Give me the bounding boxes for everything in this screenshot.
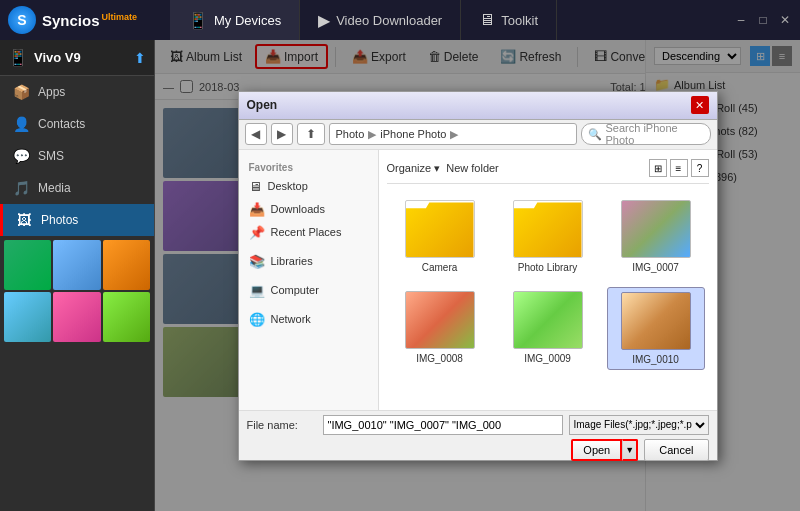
details-view-btn[interactable]: ? bbox=[691, 159, 709, 177]
dlg-item-libraries[interactable]: 📚 Libraries bbox=[239, 250, 378, 273]
file-item-photo-library[interactable]: Photo Library bbox=[499, 196, 597, 277]
new-folder-button[interactable]: New folder bbox=[446, 162, 499, 174]
video-icon: ▶ bbox=[318, 11, 330, 30]
toolkit-icon: 🖥 bbox=[479, 11, 495, 29]
view-icons: ⊞ ≡ ? bbox=[649, 159, 709, 177]
sidebar-photo-6 bbox=[103, 292, 150, 342]
path-part-1: Photo bbox=[336, 128, 365, 140]
folder-thumb-camera bbox=[405, 200, 475, 258]
filename-row: File name: Image Files(*.jpg;*.jpeg;*.pn… bbox=[247, 415, 709, 435]
tab-toolkit[interactable]: 🖥 Toolkit bbox=[461, 0, 557, 40]
sidebar: 📱 Vivo V9 ⬆ 📦 Apps 👤 Contacts 💬 SMS 🎵 Me… bbox=[0, 40, 155, 511]
maximize-button[interactable]: □ bbox=[752, 9, 774, 31]
dlg-item-desktop[interactable]: 🖥 Desktop bbox=[239, 175, 378, 198]
dlg-item-network[interactable]: 🌐 Network bbox=[239, 308, 378, 331]
logo-icon: S bbox=[8, 6, 36, 34]
sidebar-photo-1 bbox=[4, 240, 51, 290]
sync-icon[interactable]: ⬆ bbox=[134, 50, 146, 66]
filetype-select[interactable]: Image Files(*.jpg;*.jpeg;*.png;* bbox=[569, 415, 709, 435]
search-placeholder: Search iPhone Photo bbox=[606, 122, 704, 146]
img-thumb-0007 bbox=[621, 200, 691, 258]
dialog-titlebar: Open ✕ bbox=[239, 92, 717, 120]
path-bar: Photo ▶ iPhone Photo ▶ bbox=[329, 123, 577, 145]
device-icon: 📱 bbox=[8, 48, 28, 67]
device-name: Vivo V9 bbox=[34, 50, 128, 65]
path-separator-1: ▶ bbox=[368, 128, 376, 141]
filename-input[interactable] bbox=[323, 415, 563, 435]
logo-area: S SynciosUltimate bbox=[0, 0, 170, 40]
img-thumb-0008 bbox=[405, 291, 475, 349]
dialog-sidebar: Favorites 🖥 Desktop 📥 Downloads 📌 Recent… bbox=[239, 150, 379, 410]
favorites-section: Favorites bbox=[239, 158, 378, 175]
main-layout: 📱 Vivo V9 ⬆ 📦 Apps 👤 Contacts 💬 SMS 🎵 Me… bbox=[0, 40, 800, 511]
img-thumb-0010 bbox=[621, 292, 691, 350]
nav-tabs: 📱 My Devices ▶ Video Downloader 🖥 Toolki… bbox=[170, 0, 730, 40]
dialog-footer: File name: Image Files(*.jpg;*.jpeg;*.pn… bbox=[239, 410, 717, 460]
dialog-overlay: Open ✕ ◀ ▶ ⬆ Photo ▶ iPhone Photo ▶ 🔍 bbox=[155, 40, 800, 511]
tab-video-downloader[interactable]: ▶ Video Downloader bbox=[300, 0, 461, 40]
path-part-2: iPhone Photo bbox=[380, 128, 446, 140]
file-item-img0009[interactable]: IMG_0009 bbox=[499, 287, 597, 370]
media-icon: 🎵 bbox=[12, 180, 30, 196]
open-button[interactable]: Open bbox=[571, 439, 622, 461]
dialog-main: Organize ▾ New folder ⊞ ≡ ? bbox=[379, 150, 717, 410]
sidebar-item-apps[interactable]: 📦 Apps bbox=[0, 76, 154, 108]
sidebar-photo-5 bbox=[53, 292, 100, 342]
file-label-0008: IMG_0008 bbox=[416, 353, 463, 364]
search-box[interactable]: 🔍 Search iPhone Photo bbox=[581, 123, 711, 145]
sidebar-photo-4 bbox=[4, 292, 51, 342]
dialog-close-button[interactable]: ✕ bbox=[691, 96, 709, 114]
photos-icon: 🖼 bbox=[15, 212, 33, 228]
apps-icon: 📦 bbox=[12, 84, 30, 100]
list-view-btn[interactable]: ≡ bbox=[670, 159, 688, 177]
libraries-icon: 📚 bbox=[249, 254, 265, 269]
sidebar-item-sms[interactable]: 💬 SMS bbox=[0, 140, 154, 172]
content-wrapper: 🖼 Album List 📥 Import 📤 Export 🗑 Delete bbox=[155, 40, 800, 511]
back-button[interactable]: ◀ bbox=[245, 123, 267, 145]
organize-button[interactable]: Organize ▾ bbox=[387, 162, 441, 175]
file-item-camera[interactable]: Camera bbox=[391, 196, 489, 277]
cancel-button[interactable]: Cancel bbox=[644, 439, 708, 461]
file-label-photo-library: Photo Library bbox=[518, 262, 577, 273]
topbar: S SynciosUltimate 📱 My Devices ▶ Video D… bbox=[0, 0, 800, 40]
photo-library-folder-icon bbox=[514, 200, 582, 258]
img-thumb-0009 bbox=[513, 291, 583, 349]
contacts-icon: 👤 bbox=[12, 116, 30, 132]
open-dropdown-arrow[interactable]: ▼ bbox=[622, 439, 638, 461]
dialog-title: Open bbox=[247, 98, 685, 112]
sidebar-item-media[interactable]: 🎵 Media bbox=[0, 172, 154, 204]
up-button[interactable]: ⬆ bbox=[297, 123, 325, 145]
downloads-icon: 📥 bbox=[249, 202, 265, 217]
dlg-item-recent[interactable]: 📌 Recent Places bbox=[239, 221, 378, 244]
sidebar-item-photos[interactable]: 🖼 Photos bbox=[0, 204, 154, 236]
file-item-img0010[interactable]: IMG_0010 bbox=[607, 287, 705, 370]
file-grid: Camera Photo Library bbox=[387, 192, 709, 374]
computer-icon: 💻 bbox=[249, 283, 265, 298]
recent-icon: 📌 bbox=[249, 225, 265, 240]
open-dialog: Open ✕ ◀ ▶ ⬆ Photo ▶ iPhone Photo ▶ 🔍 bbox=[238, 91, 718, 461]
large-icons-button[interactable]: ⊞ bbox=[649, 159, 667, 177]
sidebar-photo-2 bbox=[53, 240, 100, 290]
network-icon: 🌐 bbox=[249, 312, 265, 327]
dlg-item-downloads[interactable]: 📥 Downloads bbox=[239, 198, 378, 221]
file-item-img0007[interactable]: IMG_0007 bbox=[607, 196, 705, 277]
path-separator-2: ▶ bbox=[450, 128, 458, 141]
filename-label: File name: bbox=[247, 419, 317, 431]
desktop-icon: 🖥 bbox=[249, 179, 262, 194]
dialog-body: Favorites 🖥 Desktop 📥 Downloads 📌 Recent… bbox=[239, 150, 717, 410]
file-item-img0008[interactable]: IMG_0008 bbox=[391, 287, 489, 370]
file-label-0007: IMG_0007 bbox=[632, 262, 679, 273]
minimize-button[interactable]: – bbox=[730, 9, 752, 31]
dialog-inner-toolbar: Organize ▾ New folder ⊞ ≡ ? bbox=[387, 158, 709, 184]
tab-my-devices[interactable]: 📱 My Devices bbox=[170, 0, 300, 40]
file-label-0009: IMG_0009 bbox=[524, 353, 571, 364]
sidebar-item-contacts[interactable]: 👤 Contacts bbox=[0, 108, 154, 140]
logo-text: SynciosUltimate bbox=[42, 12, 137, 29]
forward-button[interactable]: ▶ bbox=[271, 123, 293, 145]
dlg-item-computer[interactable]: 💻 Computer bbox=[239, 279, 378, 302]
folder-thumb-photolibrary bbox=[513, 200, 583, 258]
footer-buttons: Open ▼ Cancel bbox=[247, 439, 709, 461]
close-button[interactable]: ✕ bbox=[774, 9, 796, 31]
camera-folder-icon bbox=[406, 200, 474, 258]
sms-icon: 💬 bbox=[12, 148, 30, 164]
